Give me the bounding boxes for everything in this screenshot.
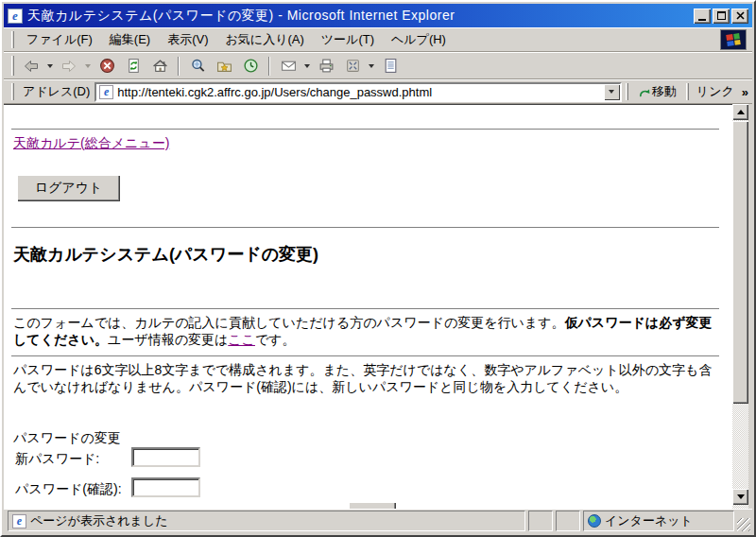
status-message: ページが表示されました — [30, 512, 167, 529]
go-grip — [626, 83, 628, 100]
stop-icon — [99, 58, 115, 74]
address-url[interactable]: http://tenteki.cgk2.affrc.go.jp/Users/ch… — [117, 85, 604, 99]
intro-after-text: です。 — [255, 332, 296, 347]
back-icon — [23, 59, 40, 74]
links-chevron[interactable]: » — [738, 85, 752, 99]
address-bar: アドレス(D) http://tenteki.cgk2.affrc.go.jp/… — [4, 79, 752, 104]
search-icon — [190, 58, 206, 74]
addressbar-grip[interactable] — [11, 83, 14, 100]
back-button[interactable] — [18, 54, 44, 78]
history-icon — [243, 58, 259, 74]
toolbar-grip[interactable] — [11, 56, 14, 75]
search-button[interactable] — [184, 54, 211, 78]
horizontal-rule — [11, 129, 719, 130]
standard-toolbar — [4, 52, 752, 79]
favorites-icon — [216, 58, 232, 74]
page-status-icon — [12, 514, 26, 528]
history-button[interactable] — [237, 54, 264, 78]
status-bar: ページが表示されました インターネット — [4, 509, 752, 533]
confirm-password-label: パスワード(確認): — [15, 481, 122, 498]
vertical-scrollbar[interactable] — [732, 104, 748, 509]
menu-bar: ファイル(F) 編集(E) 表示(V) お気に入り(A) ツール(T) ヘルプ(… — [4, 27, 752, 52]
discuss-icon — [383, 58, 399, 74]
go-button[interactable]: 移動 — [632, 83, 682, 100]
favorites-button[interactable] — [211, 54, 237, 78]
menu-help[interactable]: ヘルプ(H) — [383, 28, 455, 51]
discuss-button[interactable] — [377, 54, 404, 78]
fullscreen-icon — [345, 58, 361, 74]
user-info-link[interactable]: ここ — [228, 332, 255, 347]
arrow-up-icon — [737, 110, 745, 114]
close-icon — [736, 11, 745, 20]
horizontal-rule — [11, 355, 719, 357]
maximize-icon — [717, 11, 726, 20]
status-message-pane: ページが表示されました — [8, 511, 525, 531]
toolbar-separator — [268, 57, 270, 76]
home-button[interactable] — [146, 54, 173, 78]
scroll-up-button[interactable] — [732, 104, 748, 120]
minimize-icon — [698, 19, 706, 21]
horizontal-rule — [11, 308, 719, 310]
mail-icon — [281, 58, 297, 74]
zone-label: インターネット — [605, 512, 693, 529]
menu-file[interactable]: ファイル(F) — [18, 28, 101, 51]
intro-text: このフォームでは、カルテの記入に貢献していただける方のパスワードの変更を行います… — [13, 315, 565, 330]
refresh-button[interactable] — [120, 54, 146, 78]
main-menu-link[interactable]: 天敵カルテ(総合メニュー) — [13, 135, 169, 152]
page-content: 天敵カルテ(総合メニュー) ログアウト 天敵カルテシステム(パスワードの変更) … — [4, 104, 732, 510]
links-grip[interactable] — [686, 83, 689, 100]
page-title: 天敵カルテシステム(パスワードの変更) — [13, 243, 318, 266]
address-dropdown-button[interactable] — [604, 84, 620, 100]
chevron-down-icon — [609, 90, 614, 94]
menu-edit[interactable]: 編集(E) — [101, 28, 159, 51]
form-section-label: パスワードの変更 — [13, 430, 121, 447]
stop-button[interactable] — [94, 54, 120, 78]
arrow-down-icon — [737, 494, 745, 499]
title-bar[interactable]: 天敵カルテシステム(パスワードの変更) - Microsoft Internet… — [4, 4, 752, 27]
home-icon — [152, 58, 168, 74]
scroll-down-button[interactable] — [732, 489, 748, 505]
horizontal-rule — [11, 227, 719, 229]
window-title: 天敵カルテシステム(パスワードの変更) - Microsoft Internet… — [27, 8, 692, 25]
fullscreen-dropdown[interactable] — [369, 64, 374, 68]
forward-button[interactable] — [56, 54, 82, 78]
address-input[interactable]: http://tenteki.cgk2.affrc.go.jp/Users/ch… — [94, 82, 622, 102]
go-label: 移動 — [652, 83, 677, 100]
print-icon — [318, 58, 335, 74]
windows-flag-icon — [726, 33, 741, 46]
fullscreen-button[interactable] — [339, 54, 366, 78]
menu-favorites[interactable]: お気に入り(A) — [217, 28, 313, 51]
mail-dropdown[interactable] — [304, 64, 310, 68]
forward-dropdown[interactable] — [85, 64, 91, 68]
ie-logo-icon — [8, 9, 23, 24]
rules-paragraph: パスワードは6文字以上8文字までで構成されます。また、英字だけではなく、数字やア… — [13, 361, 719, 395]
internet-globe-icon — [588, 514, 601, 528]
scrollbar-thumb[interactable] — [732, 121, 748, 404]
menu-tools[interactable]: ツール(T) — [313, 28, 383, 51]
menubar-grip[interactable] — [11, 31, 14, 48]
window-resize-grip[interactable] — [737, 518, 750, 531]
logout-button[interactable]: ログアウト — [17, 175, 120, 201]
status-pane-empty-1 — [528, 511, 553, 531]
minimize-button[interactable] — [694, 9, 711, 24]
windows-logo-throbber — [720, 29, 747, 50]
mail-button[interactable] — [275, 54, 301, 78]
intro-mid-text: ユーザ情報の変更は — [108, 332, 228, 347]
maximize-button[interactable] — [713, 9, 730, 24]
refresh-icon — [126, 58, 142, 74]
close-button[interactable] — [731, 9, 748, 24]
security-zone-pane: インターネット — [583, 511, 734, 531]
menu-view[interactable]: 表示(V) — [159, 28, 216, 51]
browser-window: 天敵カルテシステム(パスワードの変更) - Microsoft Internet… — [0, 0, 756, 537]
forward-icon — [60, 59, 77, 74]
go-arrow-icon — [638, 85, 652, 99]
page-icon — [99, 85, 113, 99]
confirm-password-field[interactable] — [131, 477, 200, 497]
print-button[interactable] — [313, 54, 339, 78]
new-password-field[interactable] — [131, 447, 200, 467]
links-label[interactable]: リンク — [693, 83, 738, 100]
toolbar-separator — [178, 57, 180, 76]
address-label: アドレス(D) — [18, 83, 94, 100]
status-pane-empty-2 — [556, 511, 580, 531]
back-dropdown[interactable] — [47, 64, 53, 68]
